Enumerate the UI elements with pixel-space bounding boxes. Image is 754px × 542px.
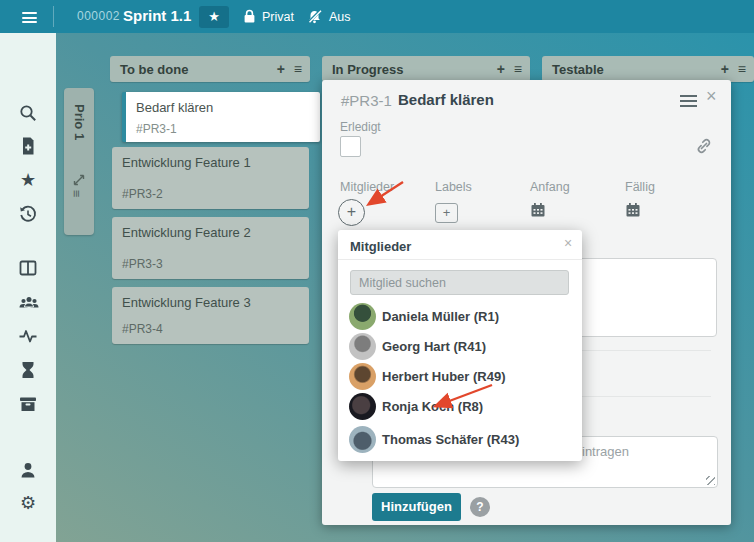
column-title: Testable <box>552 62 712 77</box>
members-icon[interactable] <box>18 292 38 312</box>
column-title: To be done <box>120 62 268 77</box>
member-row[interactable]: Daniela Müller (R1) <box>338 303 582 331</box>
add-document-icon[interactable] <box>18 136 38 156</box>
bell-off-icon <box>306 9 323 25</box>
privacy-button[interactable]: Privat <box>243 0 294 33</box>
member-name: Ronja Koch (R8) <box>382 393 483 420</box>
avatar <box>349 333 376 360</box>
card[interactable]: Entwicklung Feature 2 #PR3-3 <box>112 217 309 279</box>
add-card-icon[interactable]: + <box>721 56 729 82</box>
add-label-button[interactable]: + <box>435 203 458 223</box>
card-selected[interactable]: Bedarf klären #PR3-1 <box>122 92 320 142</box>
members-field-label: Mitglieder <box>340 180 394 194</box>
board-view-icon[interactable] <box>18 258 38 278</box>
modal-card-id: #PR3-1 <box>341 92 392 109</box>
member-name: Thomas Schäfer (R43) <box>382 426 519 453</box>
avatar <box>349 426 376 453</box>
due-field-label: Fällig <box>625 180 655 194</box>
column-header-testable[interactable]: Testable + ≡ <box>542 56 754 82</box>
archive-icon[interactable] <box>18 394 38 414</box>
column-menu-icon[interactable]: ≡ <box>294 56 302 82</box>
member-row[interactable]: Thomas Schäfer (R43) <box>338 426 582 454</box>
member-row[interactable]: Georg Hart (R41) <box>338 333 582 361</box>
start-field-label: Anfang <box>530 180 570 194</box>
activity-icon[interactable] <box>18 326 38 346</box>
avatar <box>349 393 376 420</box>
topbar-divider <box>53 6 54 27</box>
kanban-app: 000002 Sprint 1.1 ★ Privat Aus ★ <box>0 0 754 542</box>
settings-icon[interactable]: ⚙ <box>18 493 38 513</box>
lane-menu-icon[interactable]: ≡ <box>69 190 84 198</box>
card-id: #PR3-4 <box>122 322 163 336</box>
lock-icon <box>243 9 256 24</box>
column-menu-icon[interactable]: ≡ <box>738 56 746 82</box>
member-row[interactable]: Herbert Huber (R49) <box>338 363 582 391</box>
modal-card-title: Bedarf klären <box>398 91 494 108</box>
popup-close-icon[interactable]: × <box>564 235 572 251</box>
column-header-in-progress[interactable]: In Progress + ≡ <box>322 56 530 82</box>
main-menu-icon[interactable] <box>22 12 37 23</box>
history-icon[interactable] <box>18 204 38 224</box>
search-icon[interactable] <box>18 103 38 123</box>
card-id: #PR3-3 <box>122 257 163 271</box>
member-name: Herbert Huber (R49) <box>382 363 506 390</box>
column-title: In Progress <box>332 62 488 77</box>
done-checkbox[interactable] <box>340 136 361 157</box>
help-icon[interactable]: ? <box>470 497 490 517</box>
start-date-calendar-icon[interactable] <box>530 202 546 222</box>
comment-placeholder: intragen <box>582 444 629 459</box>
done-label: Erledigt <box>340 120 381 134</box>
card-link-icon[interactable] <box>694 136 714 160</box>
star-icon: ★ <box>208 9 220 24</box>
card-title: Entwicklung Feature 3 <box>122 295 251 310</box>
card-id: #PR3-1 <box>136 122 177 136</box>
popup-divider <box>338 259 582 260</box>
modal-menu-icon[interactable] <box>680 95 697 110</box>
member-name: Georg Hart (R41) <box>382 333 486 360</box>
user-icon[interactable] <box>18 460 38 480</box>
submit-comment-button[interactable]: Hinzufügen <box>372 493 461 521</box>
top-bar: 000002 Sprint 1.1 ★ Privat Aus <box>0 0 754 33</box>
add-card-icon[interactable]: + <box>497 56 505 82</box>
member-search-input[interactable] <box>350 270 569 295</box>
member-row[interactable]: Ronja Koch (R8) <box>338 393 582 421</box>
labels-field-label: Labels <box>435 180 472 194</box>
resize-handle[interactable] <box>706 476 715 485</box>
collapse-lane-icon[interactable] <box>73 172 85 190</box>
avatar <box>349 363 376 390</box>
left-sidebar: ★ ⚙ <box>0 33 56 542</box>
privacy-label: Privat <box>262 10 294 24</box>
notifications-toggle[interactable]: Aus <box>306 0 351 33</box>
avatar <box>349 303 376 330</box>
add-member-button[interactable]: + <box>338 199 365 226</box>
favorites-icon[interactable]: ★ <box>18 170 38 190</box>
swimlane-title: Prio 1 <box>72 104 87 140</box>
due-date-calendar-icon[interactable] <box>625 202 641 222</box>
column-header-to-be-done[interactable]: To be done + ≡ <box>110 56 310 82</box>
add-card-icon[interactable]: + <box>277 56 285 82</box>
member-name: Daniela Müller (R1) <box>382 303 499 330</box>
hourglass-icon[interactable] <box>18 360 38 380</box>
popup-title: Mitglieder <box>350 239 411 254</box>
swimlane-prio1[interactable]: Prio 1 ≡ <box>64 88 94 235</box>
card-id: #PR3-2 <box>122 187 163 201</box>
notifications-label: Aus <box>329 10 351 24</box>
members-popup: Mitglieder × Daniela Müller (R1) Georg H… <box>338 230 582 461</box>
card[interactable]: Entwicklung Feature 1 #PR3-2 <box>112 147 309 209</box>
card-title: Bedarf klären <box>136 100 213 115</box>
card[interactable]: Entwicklung Feature 3 #PR3-4 <box>112 287 309 344</box>
board-id: 000002 <box>77 0 120 33</box>
modal-close-icon[interactable]: × <box>706 86 717 107</box>
favorite-button[interactable]: ★ <box>199 6 229 28</box>
card-title: Entwicklung Feature 1 <box>122 155 251 170</box>
column-menu-icon[interactable]: ≡ <box>514 56 522 82</box>
card-title: Entwicklung Feature 2 <box>122 225 251 240</box>
board-title: Sprint 1.1 <box>123 0 191 32</box>
